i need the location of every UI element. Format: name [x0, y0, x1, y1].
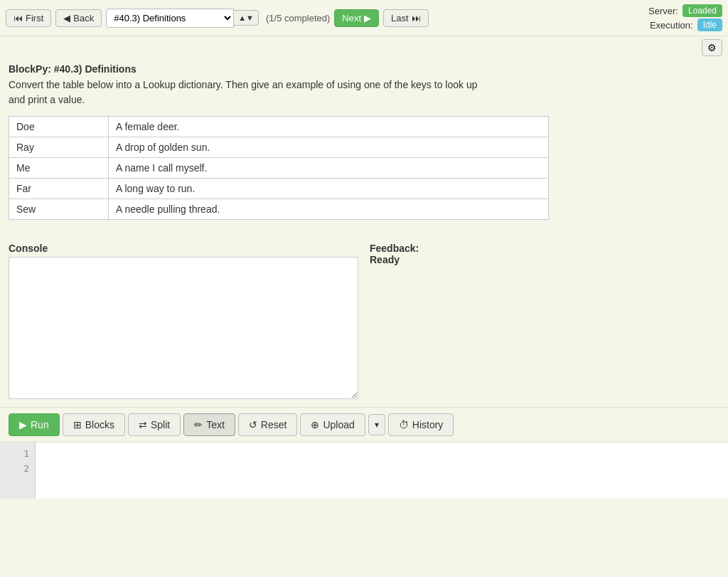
next-button[interactable]: Next ▶	[334, 9, 379, 27]
table-key-cell: Me	[9, 158, 109, 179]
server-status-row: Server: Loaded	[648, 4, 722, 17]
problem-select[interactable]: #40.3) Definitions	[106, 9, 234, 28]
history-label: History	[412, 419, 444, 430]
line-number: 2	[6, 462, 29, 477]
table-key-cell: Sew	[9, 199, 109, 220]
first-button[interactable]: ⏮ First	[6, 9, 51, 27]
problem-description: Convert the table below into a Lookup di…	[9, 78, 719, 107]
top-nav: ⏮ First ◀ Back #40.3) Definitions ▲▼ (1/…	[0, 0, 728, 36]
table-row: SewA needle pulling thread.	[9, 199, 549, 220]
console-label: Console	[9, 243, 358, 254]
last-button[interactable]: Last ⏭	[383, 9, 429, 27]
table-key-cell: Far	[9, 179, 109, 199]
blocks-button[interactable]: ⊞ Blocks	[63, 413, 125, 436]
settings-area: ⚙	[0, 36, 728, 58]
table-value-cell: A long way to run.	[109, 179, 549, 199]
first-label: First	[26, 13, 43, 23]
history-icon: ⏱	[399, 419, 409, 430]
settings-button[interactable]: ⚙	[702, 39, 722, 56]
next-icon: ▶	[364, 13, 371, 23]
table-value-cell: A needle pulling thread.	[109, 199, 549, 220]
upload-button[interactable]: ⊕ Upload	[300, 413, 365, 436]
feedback-status: Ready	[370, 254, 400, 265]
console-section: Console	[9, 243, 358, 401]
server-label: Server:	[648, 6, 678, 16]
table-value-cell: A female deer.	[109, 117, 549, 137]
table-key-cell: Ray	[9, 137, 109, 158]
execution-badge: Idle	[697, 18, 722, 31]
text-edit-icon: ✏	[194, 419, 203, 430]
execution-status-row: Execution: Idle	[650, 18, 722, 31]
middle-section: Console Feedback: Ready	[0, 237, 728, 407]
line-numbers: 1 2	[0, 443, 36, 499]
split-label: Split	[151, 419, 170, 430]
table-row: FarA long way to run.	[9, 179, 549, 199]
feedback-section: Feedback: Ready	[370, 243, 719, 401]
upload-label: Upload	[323, 419, 354, 430]
execution-label: Execution:	[650, 20, 693, 31]
table-row: MeA name I call myself.	[9, 158, 549, 179]
code-editor: 1 2	[0, 442, 728, 499]
completed-label: (1/5 completed)	[266, 13, 330, 23]
split-button[interactable]: ⇄ Split	[128, 413, 181, 436]
blocks-label: Blocks	[85, 419, 114, 430]
text-button[interactable]: ✏ Text	[183, 413, 235, 436]
last-icon: ⏭	[412, 13, 421, 23]
next-label: Next	[342, 13, 361, 23]
back-button[interactable]: ◀ Back	[55, 9, 102, 27]
table-value-cell: A drop of golden sun.	[109, 137, 549, 158]
history-button[interactable]: ⏱ History	[388, 413, 454, 436]
problem-title: BlockPy: #40.3) Definitions	[9, 63, 719, 75]
table-key-cell: Doe	[9, 117, 109, 137]
text-label: Text	[206, 419, 225, 430]
server-badge: Loaded	[682, 4, 722, 17]
back-icon: ◀	[63, 13, 70, 23]
table-value-cell: A name I call myself.	[109, 158, 549, 179]
lookup-table: DoeA female deer.RayA drop of golden sun…	[9, 116, 549, 220]
code-input[interactable]	[36, 443, 728, 499]
table-row: DoeA female deer.	[9, 117, 549, 137]
bottom-toolbar: ▶ Run ⊞ Blocks ⇄ Split ✏ Text ↺ Reset ⊕ …	[0, 407, 728, 442]
problem-select-wrapper: #40.3) Definitions ▲▼	[106, 9, 259, 28]
upload-icon: ⊕	[311, 419, 319, 430]
table-row: RayA drop of golden sun.	[9, 137, 549, 158]
reset-label: Reset	[261, 419, 287, 430]
last-label: Last	[391, 13, 409, 23]
main-content: BlockPy: #40.3) Definitions Convert the …	[0, 58, 728, 237]
line-number: 1	[6, 447, 29, 462]
feedback-label: Feedback:	[370, 243, 419, 254]
upload-dropdown-button[interactable]: ▾	[368, 414, 385, 435]
run-icon: ▶	[19, 419, 27, 430]
console-textarea[interactable]	[9, 257, 358, 399]
select-arrow-icon[interactable]: ▲▼	[234, 10, 259, 26]
reset-icon: ↺	[249, 419, 257, 430]
reset-button[interactable]: ↺ Reset	[238, 413, 298, 436]
first-icon: ⏮	[14, 13, 23, 23]
back-label: Back	[73, 13, 94, 23]
status-area: Server: Loaded Execution: Idle	[648, 4, 722, 31]
run-label: Run	[31, 419, 49, 430]
blocks-icon: ⊞	[73, 419, 82, 430]
run-button[interactable]: ▶ Run	[9, 413, 60, 436]
split-icon: ⇄	[139, 419, 147, 430]
